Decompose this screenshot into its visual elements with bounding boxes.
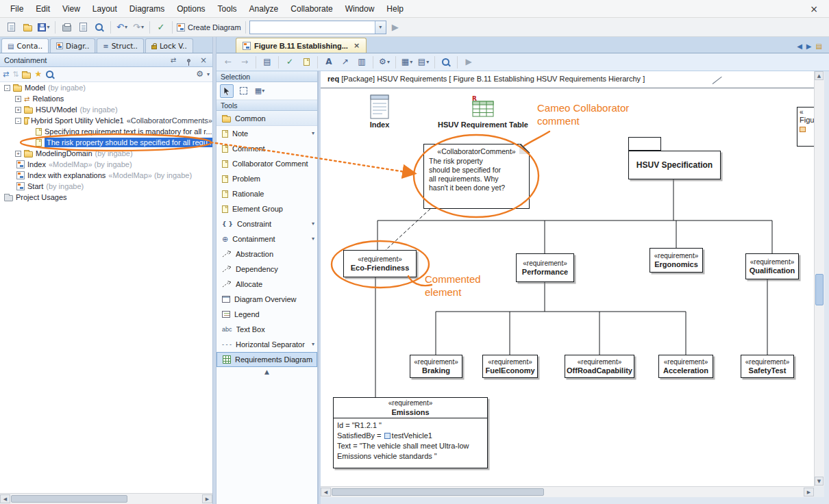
requirement-emissions[interactable]: «requirement» Emissions Id = "R1.2.1 " S… — [333, 397, 488, 468]
requirement-offroadcapability[interactable]: «requirement» OffRoadCapability — [565, 355, 634, 378]
grid-button[interactable]: ▦▾ — [399, 55, 414, 70]
menu-tools[interactable]: Tools — [212, 2, 243, 16]
palette-item-containment[interactable]: ⊕ Containment ▾ — [216, 231, 317, 247]
palette-item-comment[interactable]: Comment — [216, 141, 317, 156]
palette-item-constraint[interactable]: { } Constraint ▾ — [216, 216, 317, 231]
tree-toggle[interactable]: + — [15, 96, 21, 102]
save-project-button[interactable]: ▾ — [36, 20, 51, 35]
requirement-table-icon[interactable]: R — [471, 94, 495, 118]
favorites-star-icon[interactable]: ★ — [34, 70, 42, 79]
pin-icon[interactable] — [184, 55, 193, 65]
tree-item-modelingdomain[interactable]: + ModelingDomain (by ingabe) — [0, 148, 212, 159]
print-preview-button[interactable] — [75, 20, 90, 35]
dock-icon[interactable]: ⇄ — [169, 55, 178, 65]
diagram-canvas[interactable]: req [Package] HSUV Requirements [ Figure… — [321, 71, 814, 486]
canvas-vertical-scrollbar[interactable]: ▲ ▼ — [814, 71, 824, 486]
tree-item-project-usages[interactable]: Project Usages — [0, 192, 212, 203]
palette-item-element-group[interactable]: Element Group — [216, 201, 317, 216]
palette-item-rationale[interactable]: Rationale — [216, 186, 317, 201]
new-project-button[interactable] — [3, 20, 18, 35]
scroll-left-icon[interactable]: ◀ — [321, 488, 331, 496]
requirement-braking[interactable]: «requirement» Braking — [410, 355, 462, 378]
swap-icon[interactable]: ⇄ — [3, 70, 9, 79]
tree-toggle[interactable]: + — [15, 151, 21, 157]
window-close-icon[interactable]: × — [803, 3, 825, 14]
tab-list-icon[interactable]: ▤ — [816, 42, 822, 50]
tree-toggle[interactable]: - — [4, 85, 10, 91]
menu-edit[interactable]: Edit — [29, 2, 56, 16]
create-diagram-button[interactable]: Create Diagram — [176, 20, 242, 35]
open-scope-icon[interactable] — [22, 73, 31, 79]
menu-help[interactable]: Help — [380, 2, 410, 16]
palette-collapse-button[interactable]: ▲ — [216, 367, 317, 377]
chevron-down-icon[interactable]: ▾ — [312, 236, 314, 242]
run-button[interactable]: ▶ — [388, 20, 403, 35]
combobox-dropdown-button[interactable]: ▾ — [375, 21, 386, 34]
scroll-right-icon[interactable]: ▶ — [804, 488, 814, 496]
chevron-down-icon[interactable]: ▾ — [312, 342, 314, 347]
requirement-ergonomics[interactable]: «requirement» Ergonomics — [649, 248, 703, 273]
index-diagram-icon[interactable] — [370, 94, 389, 119]
scroll-down-icon[interactable]: ▼ — [815, 477, 824, 486]
palette-group-common[interactable]: Common — [216, 111, 317, 126]
close-icon[interactable]: × — [199, 55, 208, 65]
chevron-down-icon[interactable]: ▾ — [387, 60, 390, 65]
requirement-qualification[interactable]: «requirement» Qualification — [745, 253, 799, 279]
tree-item-comment-1[interactable]: Specifying requirement text is mandatory… — [0, 126, 212, 137]
text-style-button[interactable]: A — [321, 55, 336, 70]
tree-item-hybrid-suv[interactable]: - Hybrid Sport Utility Vehicle1 «Collabo… — [0, 115, 212, 126]
tab-diagrams[interactable]: Diagr.. — [50, 38, 95, 53]
validate-diagram-button[interactable]: ✓ — [282, 55, 297, 70]
swimlane-button[interactable]: ▥ — [354, 55, 369, 70]
tab-containment[interactable]: ▤Conta.. — [1, 38, 49, 53]
layout-tool-button[interactable]: ▦▾ — [253, 84, 267, 98]
collaborator-comment-note[interactable]: «CollaboratorComment» The risk property … — [423, 144, 530, 209]
menu-diagrams[interactable]: Diagrams — [123, 2, 171, 16]
tree-item-index[interactable]: Index «ModelMap» (by ingabe) — [0, 159, 212, 170]
tab-lock-view[interactable]: Lock V.. — [145, 38, 193, 53]
validate-button[interactable]: ✓ — [153, 20, 169, 35]
tree-item-model[interactable]: - Model (by ingabe) — [0, 82, 212, 93]
redo-button[interactable]: ↷▾ — [131, 20, 146, 35]
dependency-style-button[interactable]: ↗ — [338, 55, 353, 70]
tree-item-hsuvmodel[interactable]: + HSUVModel (by ingabe) — [0, 104, 212, 115]
chevron-down-icon[interactable]: ▾ — [410, 60, 412, 65]
browser-horizontal-scrollbar[interactable]: ◀ ▶ — [0, 493, 212, 504]
forward-button[interactable]: → — [237, 55, 252, 70]
menu-view[interactable]: View — [56, 2, 86, 16]
tree-item-start[interactable]: Start (by ingabe) — [0, 181, 212, 192]
gear-icon[interactable]: ⚙ — [196, 70, 203, 79]
chevron-down-icon[interactable]: ▾ — [426, 60, 429, 65]
hsuv-specification-tab[interactable] — [628, 137, 661, 151]
requirement-fueleconomy[interactable]: «requirement» FuelEconomy — [482, 355, 538, 378]
tree-toggle[interactable]: - — [15, 118, 21, 124]
menu-collaborate[interactable]: Collaborate — [284, 2, 338, 16]
palette-item-dependency[interactable]: Dependency — [216, 262, 317, 277]
diagram-options-button[interactable]: ⚙▾ — [377, 55, 392, 70]
palette-item-requirements-diagram[interactable]: Requirements Diagram — [216, 352, 317, 367]
tab-structure[interactable]: ≡Struct.. — [97, 38, 144, 53]
quick-search-icon[interactable] — [45, 70, 55, 79]
tree-toggle[interactable]: + — [15, 107, 21, 113]
chevron-down-icon[interactable]: ▾ — [312, 221, 314, 227]
perspective-input[interactable] — [250, 22, 375, 33]
palette-item-diagram-overview[interactable]: Diagram Overview — [216, 292, 317, 307]
tab-figure-b11[interactable]: Figure B.11 Establishing... × — [236, 38, 367, 53]
palette-item-legend[interactable]: Legend — [216, 307, 317, 322]
scroll-right-icon[interactable]: ▶ — [202, 494, 212, 503]
perspective-combobox[interactable]: ▾ — [249, 21, 386, 34]
tree-item-index-explanations[interactable]: Index with explanations «ModelMap» (by i… — [0, 170, 212, 181]
palette-item-collaborator-comment[interactable]: Collaborator Comment — [216, 156, 317, 171]
run-validation-button[interactable]: ▶ — [461, 55, 476, 70]
palette-item-problem[interactable]: Problem — [216, 171, 317, 186]
palette-item-abstraction[interactable]: Abstraction — [216, 247, 317, 262]
hsuv-specification-package[interactable]: HSUV Specification — [628, 151, 721, 179]
chevron-down-icon[interactable]: ▾ — [141, 25, 144, 30]
palette-item-horizontal-separator[interactable]: - - - Horizontal Separator ▾ — [216, 337, 317, 352]
scrollbar-thumb[interactable] — [11, 495, 127, 503]
tab-scroll-left-icon[interactable]: ◀ — [797, 42, 802, 50]
tab-close-icon[interactable]: × — [354, 41, 360, 50]
layout-button[interactable]: ▤▾ — [416, 55, 431, 70]
scrollbar-thumb[interactable] — [815, 274, 824, 305]
requirement-acceleration[interactable]: «requirement» Acceleration — [658, 355, 713, 378]
